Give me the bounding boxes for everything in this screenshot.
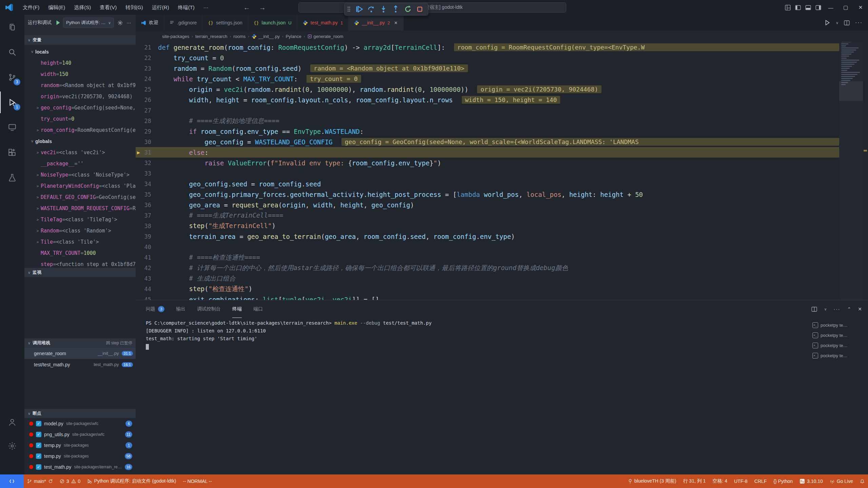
variable-row[interactable]: try_count = 0 (24, 113, 136, 124)
menu-item[interactable]: 查看(V) (95, 2, 121, 13)
run-dropdown-chevron-icon[interactable]: ∨ (836, 21, 839, 25)
variable-row[interactable]: random = <Random object at 0x1bf9d01e… (24, 80, 136, 91)
minimap[interactable] (839, 30, 863, 300)
variable-row[interactable]: height = 140 (24, 57, 136, 68)
breakpoint-row[interactable]: ✓test_math.pysite-packages\terrain_res…1… (24, 462, 136, 472)
breadcrumb-item[interactable]: terrain_research (195, 34, 228, 39)
breakpoint-checkbox[interactable]: ✓ (36, 443, 41, 448)
debug-stop-button[interactable] (416, 6, 423, 13)
panel-tab-输出[interactable]: 输出 (176, 300, 185, 318)
panel-more-actions-icon[interactable]: ··· (834, 306, 841, 312)
toggle-secondary-sidebar-icon[interactable] (813, 2, 823, 13)
nav-back-icon[interactable]: ← (243, 4, 250, 12)
variable-row[interactable]: MAX_TRY_COUNT = 1000 (24, 247, 136, 259)
statusbar-item[interactable]: 空格: 4 (709, 474, 731, 488)
activity-account-icon[interactable] (0, 411, 24, 433)
tab-close-icon[interactable]: ✕ (394, 20, 398, 25)
variable-row[interactable]: >TileTag = <class 'TileTag'> (24, 214, 136, 225)
panel-tab-终端[interactable]: 终端 (232, 300, 242, 318)
variable-row[interactable]: >NoiseType = <class 'NoiseType'> (24, 169, 136, 180)
menu-item[interactable]: 文件(F) (18, 2, 44, 13)
debug-step-out-button[interactable] (392, 5, 399, 13)
tab-launch.json[interactable]: {}launch.jsonU (248, 15, 297, 30)
statusbar-item[interactable]: {} Python (770, 474, 796, 488)
terminal-instance-item[interactable]: >_pocketpy te… (812, 320, 863, 330)
activity-remote-explorer-icon[interactable] (0, 117, 24, 138)
breakpoint-checkbox[interactable]: ✓ (36, 421, 41, 426)
variable-row[interactable]: step = <function step at 0x1bf8d716d… (24, 259, 136, 268)
statusbar-item[interactable] (856, 474, 868, 488)
watch-section-header[interactable]: ∨监视 (24, 268, 136, 277)
variables-section-header[interactable]: ∨变量 (24, 35, 136, 45)
variable-group-locals[interactable]: ∨locals (24, 46, 136, 57)
variable-row[interactable]: >room_config = RoomRequestConfig(env_t… (24, 124, 136, 136)
debug-step-over-button[interactable] (368, 5, 375, 13)
panel-tab-端口[interactable]: 端口 (253, 300, 263, 318)
breadcrumb-item[interactable]: generate_room (308, 34, 343, 39)
variable-row[interactable]: __package__ = '' (24, 158, 136, 169)
menu-item[interactable]: 编辑(E) (44, 2, 70, 13)
activity-files-icon[interactable] (0, 16, 24, 38)
breadcrumb-item[interactable]: rooms (233, 34, 245, 39)
variable-row[interactable]: origin = vec2i(7205730, 9024468) (24, 91, 136, 102)
breakpoint-row[interactable]: ✓model.pysite-packages\wfc6 (24, 418, 136, 429)
toolbar-drag-grip[interactable] (347, 6, 351, 12)
statusbar-item[interactable]: Py3.10.10 (796, 474, 826, 488)
tab-__init__.py[interactable]: __init__.py2✕ (349, 15, 403, 30)
variable-row[interactable]: >WASTELAND_ROOM_REQUEST_CONFIG = RoomR… (24, 203, 136, 214)
activity-source-control-icon[interactable]: 3 (0, 66, 24, 88)
window-maximize-button[interactable]: ▢ (838, 0, 853, 15)
breakpoint-checkbox[interactable]: ✓ (36, 464, 41, 470)
statusbar-item[interactable]: CRLF (751, 474, 770, 488)
breakpoint-checkbox[interactable]: ✓ (36, 432, 41, 437)
variable-row[interactable]: >DEFAULT_GEO_CONFIG = GeoConfig(seed=1… (24, 191, 136, 203)
callstack-frame[interactable]: test/test_math.pytest_math.py16:1 (24, 359, 136, 370)
code-editor[interactable]: 21def generate_room(room_config: RoomReq… (136, 42, 868, 300)
panel-tab-问题[interactable]: 问题3 (146, 300, 164, 318)
debug-settings-gear-icon[interactable] (117, 20, 123, 26)
breadcrumb-item[interactable]: Pylance (286, 34, 301, 39)
statusbar-item[interactable]: Go Live (826, 474, 856, 488)
remote-indicator-button[interactable] (0, 474, 24, 488)
run-python-file-icon[interactable] (824, 20, 830, 26)
debug-restart-button[interactable] (404, 5, 412, 13)
window-close-button[interactable]: ✕ (853, 0, 868, 15)
window-minimize-button[interactable]: — (823, 0, 838, 15)
activity-test-beaker-icon[interactable] (0, 167, 24, 188)
breakpoint-row[interactable]: ✓png_utils.pysite-packages\wfc11 (24, 429, 136, 440)
toggle-sidebar-icon[interactable] (793, 2, 803, 13)
breakpoint-row[interactable]: ✓temp.pysite-packages58 (24, 451, 136, 462)
terminal-instance-item[interactable]: >_pocketpy te… (812, 350, 863, 361)
start-debugging-icon[interactable] (55, 20, 61, 26)
nav-forward-icon[interactable]: → (259, 4, 266, 12)
menu-item[interactable]: 终端(T) (174, 2, 199, 13)
activity-debug-icon[interactable]: 1 (0, 92, 24, 113)
statusbar-item[interactable]: -- NORMAL -- (179, 474, 215, 488)
variable-row[interactable]: >Tile = <class 'Tile'> (24, 236, 136, 247)
activity-search-icon[interactable] (0, 41, 24, 63)
breadcrumb-item[interactable]: __init__.py (252, 34, 280, 39)
tab-欢迎[interactable]: 欢迎 (136, 15, 164, 30)
variable-row[interactable]: >geo_config = GeoConfig(seed=None, wor… (24, 102, 136, 113)
variable-row[interactable]: >vec2i = <class 'vec2i'> (24, 147, 136, 158)
callstack-section-header[interactable]: ∨调用堆栈因 step 已暂停 (24, 338, 136, 348)
toggle-panel-icon[interactable] (803, 2, 813, 13)
close-panel-icon[interactable]: ✕ (858, 306, 862, 312)
tab-test_math.py[interactable]: test_math.py1 (297, 15, 349, 30)
menu-item[interactable]: 转到(G) (121, 2, 147, 13)
tab-.gdignore[interactable]: .gdignore (164, 15, 202, 30)
statusbar-item[interactable]: 行 31, 列 1 (679, 474, 709, 488)
split-editor-icon[interactable] (844, 20, 850, 26)
debug-step-into-button[interactable] (380, 5, 387, 13)
editor-scrollbar[interactable] (863, 30, 868, 300)
variable-row[interactable]: width = 150 (24, 68, 136, 80)
statusbar-item[interactable]: 30 (56, 474, 84, 488)
minimap-viewport[interactable] (839, 81, 863, 101)
activity-extensions-icon[interactable] (0, 142, 24, 163)
statusbar-item[interactable]: UTF-8 (731, 474, 751, 488)
terminal-output[interactable]: PS C:\computer_science\godot-ldtk\site-p… (146, 319, 807, 350)
customize-layout-icon[interactable] (783, 2, 793, 13)
breadcrumb-item[interactable]: site-packages (162, 34, 189, 39)
terminal-dropdown-chevron-icon[interactable]: ∨ (824, 307, 827, 311)
terminal-instance-item[interactable]: >_pocketpy te… (812, 330, 863, 340)
